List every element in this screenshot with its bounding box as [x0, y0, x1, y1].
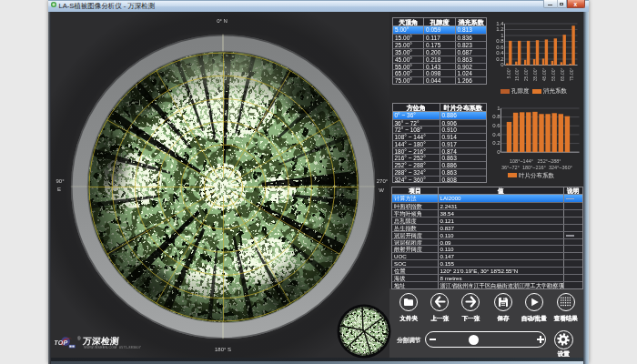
svg-text:P: P: [63, 339, 68, 347]
